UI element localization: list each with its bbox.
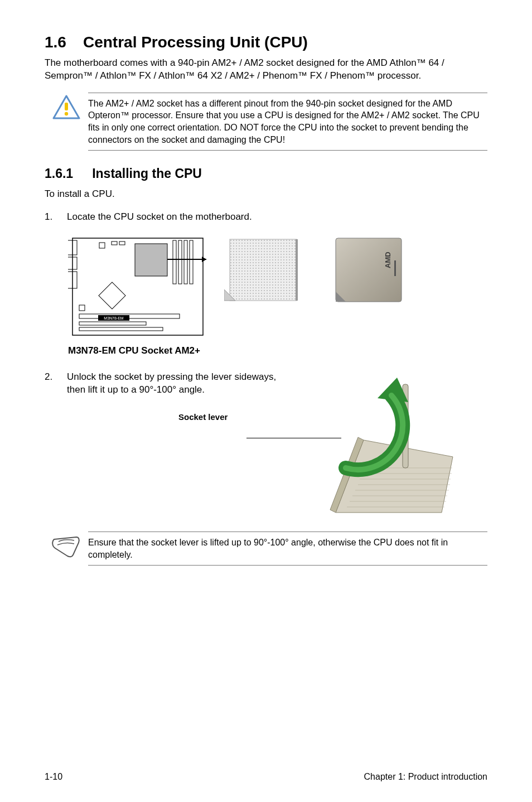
svg-rect-7	[135, 244, 167, 276]
footer-page-number: 1-10	[45, 772, 62, 782]
subsection-title-text: Installing the CPU	[92, 166, 202, 181]
socket-closeup-diagram	[224, 234, 313, 306]
warning-callout: The AM2+ / AM2 socket has a different pi…	[45, 93, 487, 151]
svg-rect-16	[79, 305, 85, 311]
svg-rect-14	[79, 322, 146, 325]
svg-rect-8	[173, 240, 176, 284]
step-2-text: Unlock the socket by pressing the lever …	[67, 371, 284, 397]
svg-point-2	[65, 112, 68, 115]
svg-rect-15	[79, 327, 163, 331]
step-1-text: Locate the CPU socket on the motherboard…	[67, 211, 487, 224]
note-icon	[51, 534, 82, 558]
subsection-lead: To install a CPU.	[45, 188, 487, 201]
board-model-label: M3N78-EM	[104, 316, 124, 320]
section-intro-text: The motherboard comes with a 940-pin AM2…	[45, 57, 487, 83]
note-callout: Ensure that the socket lever is lifted u…	[45, 532, 487, 566]
section-number: 1.6	[45, 33, 66, 51]
svg-rect-18	[112, 241, 117, 245]
svg-rect-17	[99, 243, 105, 248]
leader-line	[246, 438, 341, 438]
svg-rect-9	[178, 240, 182, 284]
subsection-heading: 1.6.1Installing the CPU	[45, 166, 487, 181]
warning-text: The AM2+ / AM2 socket has a different pi…	[88, 93, 487, 151]
diagram-caption: M3N78-EM CPU Socket AM2+	[68, 345, 487, 356]
svg-rect-30	[394, 260, 396, 276]
step-1: 1. Locate the CPU socket on the motherbo…	[45, 211, 487, 224]
step-1-number: 1.	[45, 211, 67, 224]
motherboard-diagram: M3N78-EM	[68, 234, 207, 340]
section-title-text: Central Processing Unit (CPU)	[83, 33, 308, 51]
svg-rect-10	[184, 240, 187, 284]
socket-lever-label: Socket lever	[178, 412, 284, 422]
socket-lever-diagram	[313, 368, 458, 518]
section-heading: 1.6Central Processing Unit (CPU)	[45, 33, 487, 51]
svg-rect-28	[336, 238, 402, 302]
warning-icon	[52, 95, 80, 119]
cpu-chip-image: AMD	[330, 234, 408, 306]
svg-rect-12	[99, 282, 125, 309]
step-2-row: 2. Unlock the socket by pressing the lev…	[45, 368, 487, 518]
footer-chapter: Chapter 1: Product introduction	[364, 772, 487, 782]
svg-text:AMD: AMD	[384, 252, 392, 269]
step-2-number: 2.	[45, 371, 67, 397]
diagram-row: M3N78-EM	[68, 234, 487, 340]
svg-rect-24	[230, 239, 297, 301]
note-text: Ensure that the socket lever is lifted u…	[88, 532, 487, 566]
page-footer: 1-10 Chapter 1: Product introduction	[45, 772, 487, 782]
svg-marker-21	[202, 257, 206, 262]
svg-rect-19	[119, 241, 125, 245]
svg-rect-1	[65, 103, 68, 110]
subsection-number: 1.6.1	[45, 166, 73, 181]
svg-rect-11	[190, 240, 193, 284]
